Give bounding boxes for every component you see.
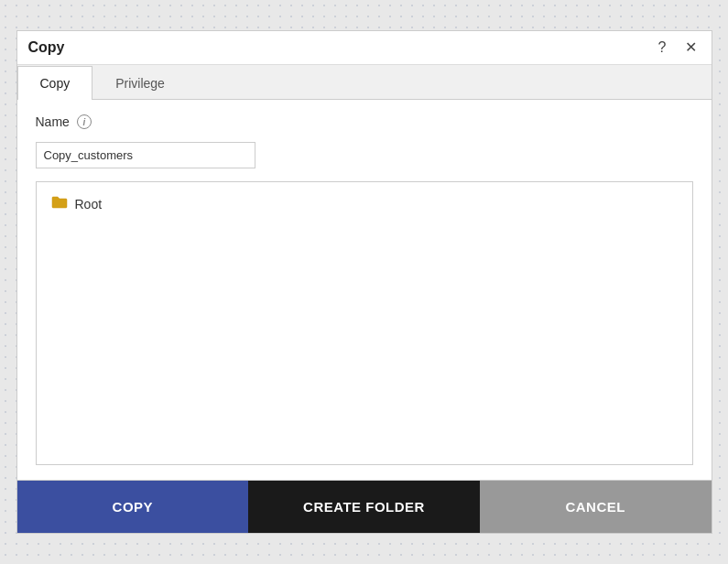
name-label: Name: [36, 114, 70, 129]
info-icon: i: [77, 114, 92, 129]
root-folder-label: Root: [75, 197, 103, 212]
copy-dialog: Copy ? ✕ Copy Privilege Name i: [16, 30, 712, 534]
folder-tree: Root: [36, 181, 693, 465]
dialog-title: Copy: [28, 39, 65, 56]
footer: COPY CREATE FOLDER CANCEL: [17, 480, 712, 533]
name-input[interactable]: [36, 142, 255, 168]
tab-copy[interactable]: Copy: [17, 66, 93, 100]
folder-item-root[interactable]: Root: [46, 191, 683, 216]
folder-icon: [51, 195, 68, 212]
cancel-button[interactable]: CANCEL: [480, 481, 712, 533]
copy-button[interactable]: COPY: [17, 481, 249, 533]
create-folder-button[interactable]: CREATE FOLDER: [248, 481, 480, 533]
title-actions: ? ✕: [655, 38, 701, 57]
dialog-content: Name i Root: [17, 100, 712, 480]
tab-bar: Copy Privilege: [17, 65, 712, 100]
title-bar: Copy ? ✕: [17, 31, 712, 65]
close-button[interactable]: ✕: [681, 38, 701, 57]
help-button[interactable]: ?: [655, 38, 670, 57]
tab-privilege[interactable]: Privilege: [92, 66, 188, 100]
name-row: Name i: [36, 114, 693, 129]
